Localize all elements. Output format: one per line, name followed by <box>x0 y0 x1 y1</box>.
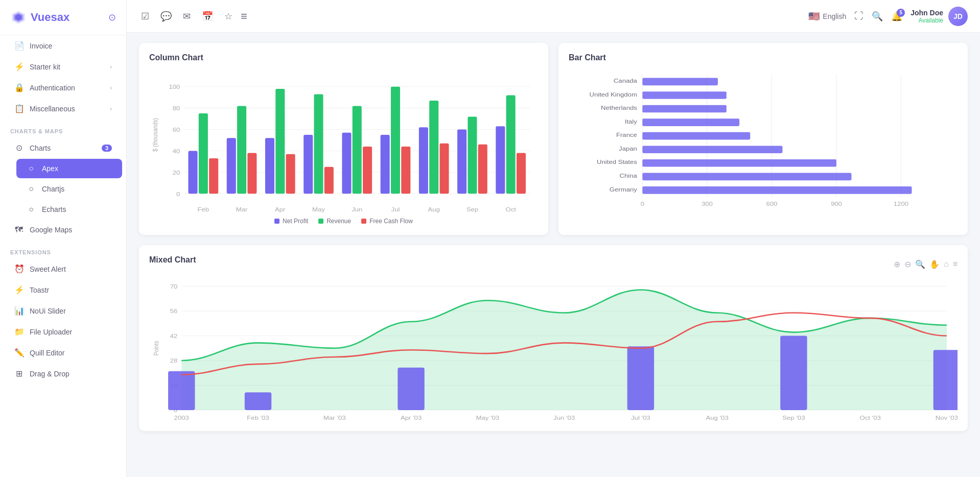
legend-label-revenue: Revenue <box>326 218 351 225</box>
svg-text:Feb: Feb <box>198 206 209 213</box>
fullscreen-icon[interactable]: ⛶ <box>854 11 864 21</box>
quill-icon: ✏️ <box>14 348 24 357</box>
mail-icon[interactable]: ✉ <box>181 9 193 24</box>
svg-rect-77 <box>642 173 851 181</box>
pan-tool[interactable]: ✋ <box>929 259 940 269</box>
calendar-icon[interactable]: 📅 <box>200 9 215 24</box>
todo-icon[interactable]: ☑ <box>139 9 151 24</box>
svg-text:$ (thousands): $ (thousands) <box>151 118 159 152</box>
mixed-chart-container: 01428425670Points2003Feb '03Mar '03Apr '… <box>149 278 958 426</box>
sidebar-item-label: NoUi Slider <box>30 307 112 315</box>
svg-text:Mar: Mar <box>236 206 248 213</box>
svg-rect-28 <box>304 135 313 194</box>
svg-rect-98 <box>934 350 958 410</box>
column-chart-legend: Net Profit Revenue Free Cash Flow <box>149 218 538 225</box>
sidebar-item-drag-drop[interactable]: ⊞ Drag & Drop <box>4 364 122 384</box>
sidebar-item-quill-editor[interactable]: ✏️ Quill Editor <box>4 343 122 363</box>
svg-rect-65 <box>642 91 726 99</box>
sidebar-item-label: Toastr <box>30 286 112 294</box>
sidebar-item-label: File Uploader <box>30 328 112 336</box>
svg-text:Jul: Jul <box>391 206 400 213</box>
mixed-chart-svg: 01428425670Points2003Feb '03Mar '03Apr '… <box>149 278 958 426</box>
content-area: Column Chart 020406080100$ (thousands)Fe… <box>127 33 980 477</box>
svg-text:Oct '03: Oct '03 <box>859 415 881 421</box>
svg-rect-73 <box>642 146 782 153</box>
svg-text:300: 300 <box>702 201 713 207</box>
vuesax-logo-icon <box>10 9 27 26</box>
svg-rect-38 <box>401 147 410 194</box>
bar-chart-container: 03006009001200CanadaUnited KingdomNether… <box>569 70 958 213</box>
sidebar-item-apex[interactable]: ○ Apex <box>16 159 122 178</box>
search-icon[interactable]: 🔍 <box>872 11 883 22</box>
sidebar-item-noui-slider[interactable]: 📊 NoUi Slider <box>4 301 122 321</box>
chartjs-icon: ○ <box>27 184 36 194</box>
zoom-out-tool[interactable]: ⊖ <box>904 259 911 269</box>
settings-icon[interactable]: ⊙ <box>108 12 116 23</box>
svg-rect-25 <box>275 89 285 194</box>
chat-icon[interactable]: 💬 <box>158 9 174 24</box>
svg-text:Nov '03: Nov '03 <box>936 415 958 421</box>
svg-text:1200: 1200 <box>894 201 909 207</box>
zoom-in-tool[interactable]: ⊕ <box>894 259 900 269</box>
svg-rect-97 <box>780 336 807 410</box>
user-profile[interactable]: John Doe Available JD <box>911 7 968 26</box>
legend-net-profit: Net Profit <box>274 218 308 225</box>
toastr-icon: ⚡ <box>14 285 24 295</box>
user-status: Available <box>911 17 943 24</box>
svg-text:United States: United States <box>597 159 637 166</box>
svg-rect-26 <box>286 154 295 194</box>
sidebar-item-file-uploader[interactable]: 📁 File Uploader <box>4 322 122 342</box>
sidebar-item-sweet-alert[interactable]: ⏰ Sweet Alert <box>4 259 122 279</box>
sidebar-item-echarts[interactable]: ○ Echarts <box>16 200 122 219</box>
sidebar-item-miscellaneous[interactable]: 📋 Miscellaneous › <box>4 99 122 118</box>
svg-rect-79 <box>642 186 912 194</box>
svg-rect-96 <box>627 346 654 410</box>
mixed-chart-header: Mixed Chart ⊕ ⊖ 🔍 ✋ ⌂ ≡ <box>149 255 958 273</box>
svg-rect-42 <box>439 144 449 194</box>
header-right-actions: 🇺🇸 English ⛶ 🔍 🔔 5 John Doe Available JD <box>808 7 968 26</box>
svg-rect-50 <box>517 153 526 194</box>
notification-badge: 5 <box>897 9 905 17</box>
sidebar-item-authentication[interactable]: 🔒 Authentication › <box>4 78 122 98</box>
user-name: John Doe <box>911 9 943 17</box>
charts-badge: 3 <box>102 145 112 152</box>
svg-text:0: 0 <box>176 191 180 198</box>
svg-text:Oct: Oct <box>505 206 516 213</box>
sidebar-item-label: Miscellaneous <box>30 105 104 113</box>
svg-rect-45 <box>468 116 477 194</box>
svg-text:Canada: Canada <box>614 78 637 84</box>
invoice-icon: 📄 <box>14 41 24 51</box>
logo-text: Vuesax <box>31 11 69 24</box>
svg-rect-93 <box>168 371 195 410</box>
sidebar-item-toastr[interactable]: ⚡ Toastr <box>4 280 122 300</box>
svg-text:Jul '03: Jul '03 <box>631 415 650 421</box>
svg-text:Italy: Italy <box>625 118 637 125</box>
menu-icon[interactable]: ≡ <box>241 10 247 23</box>
star-icon[interactable]: ☆ <box>222 9 235 24</box>
sidebar-item-label: Invoice <box>30 42 112 50</box>
menu-tool[interactable]: ≡ <box>953 259 958 269</box>
home-tool[interactable]: ⌂ <box>944 259 949 269</box>
zoom-tool[interactable]: 🔍 <box>915 259 925 269</box>
chevron-right-icon: › <box>110 84 112 91</box>
mixed-chart-title: Mixed Chart <box>149 255 196 265</box>
sidebar-item-charts[interactable]: ⊙ Charts 3 <box>4 138 122 158</box>
sidebar-item-invoice[interactable]: 📄 Invoice <box>4 36 122 56</box>
svg-rect-22 <box>247 153 256 194</box>
svg-rect-95 <box>398 368 424 410</box>
avatar[interactable]: JD <box>948 7 968 26</box>
sidebar-item-label: Chartjs <box>42 185 112 193</box>
sidebar-item-starter-kit[interactable]: ⚡ Starter kit › <box>4 57 122 77</box>
column-chart-title: Column Chart <box>149 53 538 62</box>
svg-rect-17 <box>199 113 208 194</box>
sidebar-item-google-maps[interactable]: 🗺 Google Maps <box>4 220 122 240</box>
header-left-actions: ☑ 💬 ✉ 📅 ☆ <box>139 9 235 24</box>
notifications-button[interactable]: 🔔 5 <box>891 11 902 22</box>
language-selector[interactable]: 🇺🇸 English <box>808 11 846 22</box>
svg-rect-37 <box>391 87 400 194</box>
sidebar-item-chartjs[interactable]: ○ Chartjs <box>16 179 122 199</box>
svg-rect-29 <box>314 94 323 194</box>
svg-rect-94 <box>245 392 271 410</box>
svg-text:Apr: Apr <box>275 206 285 213</box>
header: ☑ 💬 ✉ 📅 ☆ ≡ 🇺🇸 English ⛶ 🔍 🔔 5 John Doe … <box>127 0 980 33</box>
